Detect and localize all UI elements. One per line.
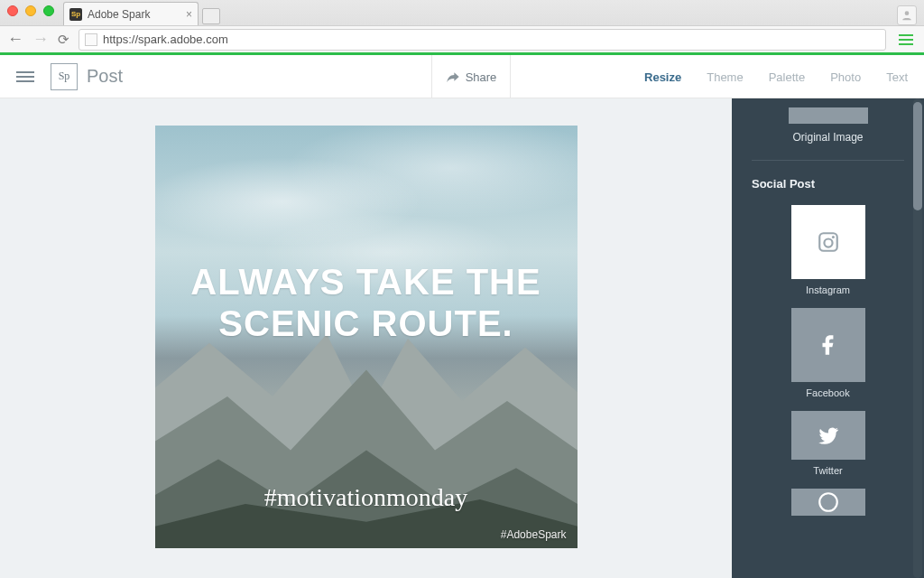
tab-resize[interactable]: Resize (644, 70, 681, 84)
address-bar[interactable]: https://spark.adobe.com (79, 29, 886, 51)
facebook-tile (791, 308, 865, 382)
pinterest-tile (791, 489, 865, 516)
facebook-icon (817, 333, 840, 357)
pinterest-icon (817, 490, 840, 514)
window-controls (7, 5, 54, 16)
resize-option-label: Twitter (791, 465, 865, 476)
twitter-icon (817, 424, 840, 447)
sidebar-scroll-thumb[interactable] (913, 102, 922, 210)
browser-reload-button[interactable]: ⟳ (58, 32, 69, 48)
tab-text[interactable]: Text (886, 70, 908, 84)
page-icon (85, 33, 97, 46)
browser-forward-button[interactable]: → (32, 30, 49, 49)
instagram-tile (791, 205, 865, 279)
svg-point-3 (831, 236, 834, 238)
tab-favicon: Sp (69, 8, 82, 21)
twitter-tile (791, 411, 865, 460)
app-frame: Sp Post Share Resize Theme Palette Photo… (0, 52, 924, 578)
sidebar-divider (752, 160, 904, 161)
browser-profile-button[interactable] (897, 5, 917, 25)
resize-option-facebook[interactable]: Facebook (791, 308, 865, 398)
window-close-dot[interactable] (7, 5, 18, 16)
browser-chrome: Sp Adobe Spark × ← → ⟳ https://spark.ado… (0, 0, 924, 52)
address-url: https://spark.adobe.com (103, 33, 228, 46)
tab-title: Adobe Spark (88, 8, 150, 21)
canvas-mountains (155, 316, 578, 548)
share-icon (446, 70, 460, 83)
resize-option-label: Instagram (791, 284, 865, 295)
editor-tabs: Resize Theme Palette Photo Text (644, 55, 908, 98)
canvas-area: ALWAYS TAKE THE SCENIC ROUTE. #motivatio… (0, 98, 732, 578)
canvas-hashtag[interactable]: #motivationmonday (155, 483, 578, 512)
sidebar-section-title: Social Post (732, 177, 924, 196)
app-topbar: Sp Post Share Resize Theme Palette Photo… (0, 55, 924, 98)
resize-option-instagram[interactable]: Instagram (791, 205, 865, 295)
tab-close-icon[interactable]: × (186, 8, 192, 21)
share-button[interactable]: Share (431, 55, 511, 98)
resize-options: Instagram Facebook Twitter (732, 196, 924, 480)
svg-point-4 (819, 493, 837, 511)
resize-option-pinterest[interactable] (791, 489, 865, 516)
window-min-dot[interactable] (25, 5, 36, 16)
browser-menu-button[interactable] (895, 31, 917, 49)
tab-palette[interactable]: Palette (769, 70, 805, 84)
original-image-thumb[interactable] (789, 107, 868, 124)
resize-sidebar: Original Image Social Post Instagram Fac… (732, 98, 924, 578)
resize-option-label: Facebook (791, 387, 865, 398)
app-title: Post (87, 66, 123, 87)
svg-point-2 (824, 239, 832, 247)
svg-rect-1 (819, 233, 837, 251)
app-logo[interactable]: Sp (51, 63, 78, 90)
browser-tab[interactable]: Sp Adobe Spark × (63, 2, 199, 25)
resize-option-twitter[interactable]: Twitter (791, 411, 865, 476)
instagram-icon (817, 230, 840, 254)
new-tab-button[interactable] (202, 8, 220, 24)
share-label: Share (466, 70, 497, 84)
tab-theme[interactable]: Theme (707, 70, 743, 84)
svg-point-0 (905, 11, 910, 15)
window-max-dot[interactable] (43, 5, 54, 16)
original-image-label: Original Image (732, 131, 924, 144)
app-menu-button[interactable] (16, 69, 34, 85)
workspace: ALWAYS TAKE THE SCENIC ROUTE. #motivatio… (0, 98, 924, 578)
canvas-watermark: #AdobeSpark (501, 528, 567, 541)
canvas-headline[interactable]: ALWAYS TAKE THE SCENIC ROUTE. (155, 261, 578, 344)
post-canvas[interactable]: ALWAYS TAKE THE SCENIC ROUTE. #motivatio… (155, 126, 578, 548)
tab-photo[interactable]: Photo (830, 70, 861, 84)
browser-back-button[interactable]: ← (7, 30, 23, 49)
